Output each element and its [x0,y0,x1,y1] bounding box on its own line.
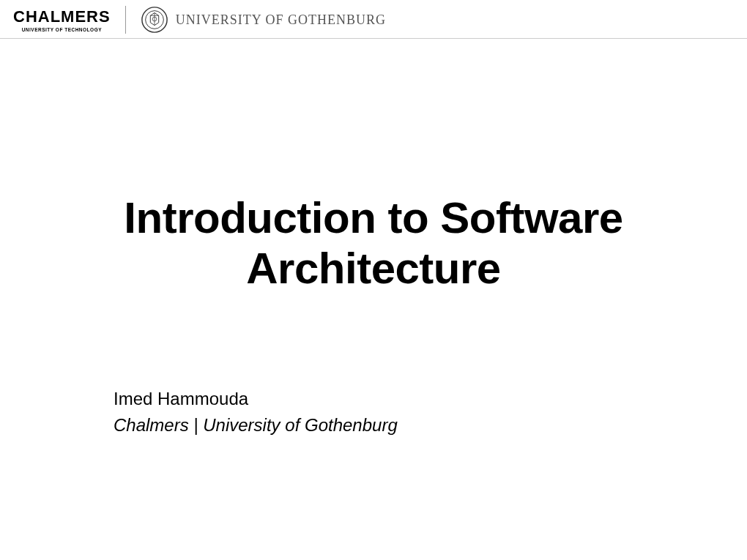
chalmers-subtitle: UNIVERSITY OF TECHNOLOGY [22,27,102,32]
slide-title: Introduction to Software Architecture [0,193,747,294]
header-divider [125,6,126,34]
chalmers-logo-block: CHALMERS UNIVERSITY OF TECHNOLOGY [13,7,111,32]
gothenburg-logo-block: UNIVERSITY OF GOTHENBURG [141,6,386,34]
slide-content: Introduction to Software Architecture Im… [0,193,747,436]
author-affiliation: Chalmers | University of Gothenburg [114,415,747,436]
author-name: Imed Hammouda [114,389,747,409]
author-block: Imed Hammouda Chalmers | University of G… [114,389,747,436]
gothenburg-seal-icon [141,6,168,34]
gothenburg-wordmark: UNIVERSITY OF GOTHENBURG [176,12,386,28]
chalmers-wordmark: CHALMERS [13,7,111,26]
slide-header: CHALMERS UNIVERSITY OF TECHNOLOGY UNIVER… [0,0,747,39]
